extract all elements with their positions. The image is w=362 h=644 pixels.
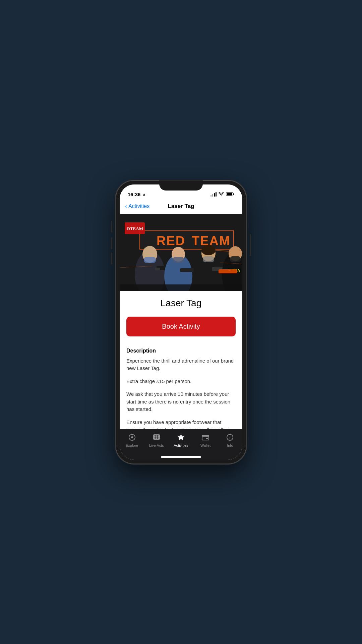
back-button[interactable]: ‹ Activities [125,203,149,210]
svg-rect-28 [219,269,237,273]
svg-marker-43 [178,434,184,440]
tab-explore[interactable]: Explore [122,433,142,447]
description-section: Description Experience the thrill and ad… [126,348,236,429]
book-activity-button[interactable]: Book Activity [126,317,236,336]
svg-rect-33 [120,284,242,291]
live-acts-icon [152,433,161,442]
notch [159,180,203,191]
activities-icon [176,433,186,442]
svg-rect-26 [230,256,241,262]
back-label: Activities [128,203,149,209]
tab-info[interactable]: Info [220,433,240,447]
svg-text:RED: RED [157,234,185,248]
svg-rect-40 [154,437,156,439]
description-para-2: We ask that you arrive 10 minutes before… [126,390,236,413]
page-title: Laser Tag [168,203,194,210]
svg-text:RTEAM: RTEAM [127,226,143,231]
activity-title: Laser Tag [126,298,236,309]
svg-rect-44 [202,435,209,440]
svg-rect-39 [158,435,159,437]
info-icon [225,433,235,442]
svg-point-48 [230,436,230,436]
location-icon: ▲ [142,192,146,196]
svg-point-22 [201,245,216,255]
tab-wallet[interactable]: Wallet [195,433,216,447]
info-label: Info [227,443,233,447]
home-indicator-bar [161,456,201,458]
tab-activities[interactable]: Activities [171,433,191,447]
tab-bar: Explore Live Acts [120,429,242,457]
status-icons [210,192,234,197]
back-chevron-icon: ‹ [125,203,127,210]
live-acts-label: Live Acts [149,443,164,447]
svg-rect-12 [144,257,156,263]
phone-frame: 16:36 ▲ [116,180,246,464]
wallet-icon [201,433,210,442]
wallet-label: Wallet [200,443,210,447]
activities-label: Activities [174,443,188,447]
svg-rect-38 [156,435,157,437]
description-para-3: Ensure you have appropriate footwear tha… [126,419,236,429]
signal-icon [210,193,217,197]
svg-rect-21 [203,256,214,262]
svg-rect-17 [173,257,184,263]
svg-rect-45 [206,438,208,439]
description-para-0: Experience the thrill and adrenaline of … [126,357,236,372]
svg-rect-1 [227,193,232,196]
tab-live-acts[interactable]: Live Acts [146,433,167,447]
description-heading: Description [126,348,236,354]
svg-rect-37 [154,435,156,437]
home-indicator [120,457,242,460]
explore-icon [127,433,137,442]
hero-svg: RED TEAM [120,214,242,291]
status-time: 16:36 ▲ [128,192,146,197]
battery-icon [226,192,234,197]
svg-rect-41 [156,437,157,439]
nav-header: ‹ Activities Laser Tag [120,199,242,214]
description-para-1: Extra charge £15 per person. [126,378,236,385]
wifi-icon [219,192,224,197]
content-scroll[interactable]: RED TEAM [120,214,242,429]
content-body: Laser Tag Book Activity Description Expe… [120,291,242,429]
explore-label: Explore [126,443,138,447]
svg-rect-14 [155,268,160,270]
svg-rect-42 [158,437,159,439]
hero-image: RED TEAM [120,214,242,291]
phone-screen: 16:36 ▲ [120,184,242,460]
time-display: 16:36 [128,192,140,197]
